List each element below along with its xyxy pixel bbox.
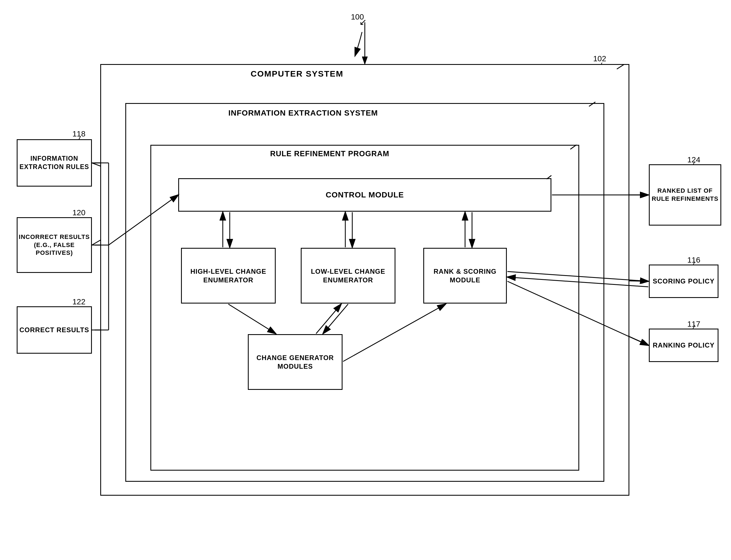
ranking-policy-label: RANKING POLICY [653,341,715,349]
control-module-label: CONTROL MODULE [326,190,404,200]
rule-refinement-label: RULE REFINEMENT PROGRAM [270,150,389,158]
ref-100-arrow: ↙ [359,17,367,27]
rank-scoring-label: RANK & SCORING MODULE [424,267,506,284]
incorrect-results-label: INCORRECT RESULTS (E.G., FALSE POSITIVES… [18,233,91,257]
rank-scoring-box: RANK & SCORING MODULE [423,248,507,304]
info-extraction-rules-box: INFORMATION EXTRACTION RULES [17,139,92,187]
computer-system-label: COMPUTER SYSTEM [251,69,343,79]
ranking-policy-box: RANKING POLICY [649,329,718,362]
incorrect-results-box: INCORRECT RESULTS (E.G., FALSE POSITIVES… [17,217,92,273]
ranked-list-box: RANKED LIST OF RULE REFINEMENTS [649,164,721,226]
low-level-box: LOW-LEVEL CHANGE ENUMERATOR [301,248,395,304]
high-level-label: HIGH-LEVEL CHANGE ENUMERATOR [182,267,275,284]
control-module-box: CONTROL MODULE [178,178,551,212]
ref-122: 122 [72,297,85,306]
ref-120: 120 [72,208,85,217]
diagram-container: 100 ↙ 102 ╱ 104 ╱ 106 ╱ 108 ╱ 110 112 11… [0,0,731,560]
low-level-label: LOW-LEVEL CHANGE ENUMERATOR [302,267,395,284]
info-extraction-label: INFORMATION EXTRACTION SYSTEM [228,109,378,118]
change-generator-box: CHANGE GENERATOR MODULES [248,334,343,390]
high-level-box: HIGH-LEVEL CHANGE ENUMERATOR [181,248,276,304]
correct-results-box: CORRECT RESULTS [17,306,92,354]
change-generator-label: CHANGE GENERATOR MODULES [249,353,342,371]
correct-results-label: CORRECT RESULTS [19,326,89,334]
ranked-list-label: RANKED LIST OF RULE REFINEMENTS [650,187,720,203]
info-extraction-rules-label: INFORMATION EXTRACTION RULES [18,155,91,171]
scoring-policy-label: SCORING POLICY [653,277,715,285]
ref-102: 102 [593,54,606,63]
scoring-policy-box: SCORING POLICY [649,265,718,298]
